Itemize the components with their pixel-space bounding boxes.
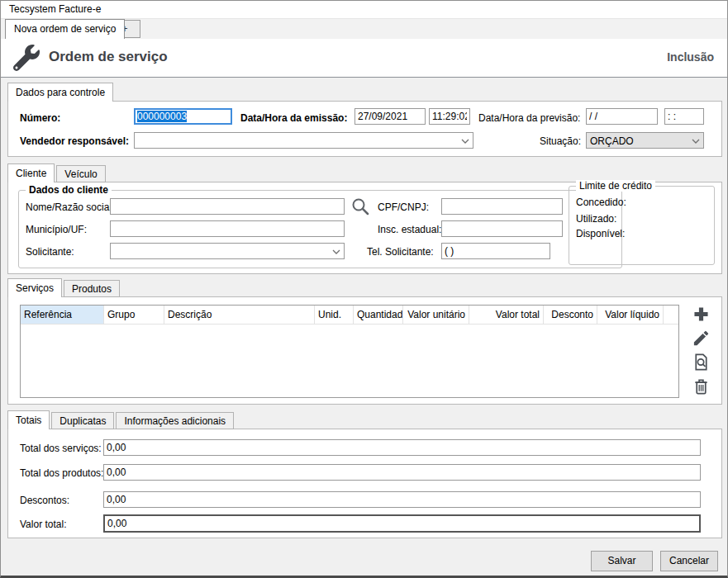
plus-icon — [692, 305, 711, 324]
previsao-time-input[interactable] — [664, 108, 704, 125]
solicitante-label: Solicitante: — [26, 246, 74, 258]
col-unid[interactable]: Unid. — [315, 306, 354, 324]
nome-input[interactable] — [110, 198, 345, 215]
tab-dados-para-controle[interactable]: Dados para controle — [7, 83, 113, 102]
descontos-input[interactable] — [103, 491, 701, 508]
utilizado-label: Utilizado: — [576, 213, 616, 225]
municipio-label: Município/UF: — [26, 224, 87, 235]
tel-input[interactable] — [441, 243, 550, 259]
situacao-value: ORÇADO — [590, 135, 634, 147]
previsao-date-input[interactable] — [586, 108, 658, 125]
servicos-tab-bar: Serviços Produtos — [7, 278, 121, 297]
limite-credito-group-label: Limite de crédito — [576, 180, 655, 192]
dados-cliente-groupbox: Dados do cliente Nome/Razão social: CPF/… — [18, 190, 622, 268]
solicitante-select[interactable] — [110, 243, 345, 259]
tel-label: Tel. Solicitante: — [367, 246, 434, 258]
document-magnifier-icon — [692, 353, 711, 372]
dados-cliente-group-label: Dados do cliente — [26, 184, 112, 196]
document-tab-bar: Nova ordem de serviço + — [1, 19, 727, 39]
cliente-tab-bar: Cliente Veículo — [7, 163, 107, 182]
municipio-input[interactable] — [110, 220, 345, 237]
add-item-button[interactable] — [692, 305, 711, 324]
chevron-down-icon — [692, 139, 700, 144]
col-descricao[interactable]: Descrição — [164, 306, 315, 324]
chevron-down-icon — [332, 249, 340, 254]
total-produtos-label: Total dos produtos: — [20, 467, 103, 479]
insc-label: Insc. estadual: — [378, 224, 441, 235]
cancel-button[interactable]: Cancelar — [660, 551, 718, 571]
col-grupo[interactable]: Grupo — [104, 306, 164, 324]
total-servicos-input[interactable] — [103, 439, 701, 456]
numero-label: Número: — [20, 112, 60, 124]
servicos-table-header: Referência Grupo Descrição Unid. Quantid… — [21, 306, 678, 325]
previsao-label: Data/Hora da previsão: — [478, 112, 580, 124]
trash-icon — [692, 377, 711, 396]
col-quantidade[interactable]: Quantidade — [354, 306, 403, 324]
tab-veiculo[interactable]: Veículo — [56, 165, 105, 182]
descontos-label: Descontos: — [20, 495, 69, 506]
vendedor-select[interactable] — [134, 132, 473, 149]
cpf-label: CPF/CNPJ: — [378, 201, 429, 213]
app-window: Tecsystem Facture-e Nova ordem de serviç… — [0, 0, 728, 578]
situacao-label: Situação: — [540, 135, 581, 147]
search-client-button[interactable] — [350, 197, 370, 216]
col-desconto[interactable]: Desconto — [544, 306, 597, 324]
valor-total-input[interactable] — [103, 514, 701, 533]
servicos-table: Referência Grupo Descrição Unid. Quantid… — [20, 305, 679, 398]
edit-item-button[interactable] — [692, 329, 711, 348]
vendedor-label: Vendedor responsável: — [20, 135, 129, 147]
emissao-time-input[interactable] — [429, 108, 470, 125]
emissao-date-input[interactable] — [354, 108, 426, 125]
cliente-panel: Dados do cliente Nome/Razão social: CPF/… — [7, 182, 722, 274]
window-title: Tecsystem Facture-e — [1, 1, 727, 19]
totais-tab-bar: Totais Duplicatas Informações adicionais — [7, 410, 236, 429]
servicos-panel: Referência Grupo Descrição Unid. Quantid… — [7, 296, 722, 405]
limite-credito-groupbox: Limite de crédito Concedido: Utilizado: … — [569, 186, 715, 265]
selected-text: 000000003 — [137, 111, 187, 122]
tab-servicos[interactable]: Serviços — [7, 278, 62, 297]
controle-tab-bar: Dados para controle — [7, 83, 115, 102]
insc-input[interactable] — [441, 220, 563, 237]
nome-label: Nome/Razão social: — [26, 201, 114, 213]
dados-controle-panel: Número: 000000003 Data/Hora da emissão: … — [7, 101, 722, 157]
total-produtos-input[interactable] — [103, 464, 701, 481]
save-button[interactable]: Salvar — [591, 551, 653, 571]
col-valor-unitario[interactable]: Valor unitário — [403, 306, 469, 324]
col-filler — [664, 306, 678, 324]
tab-cliente[interactable]: Cliente — [7, 163, 55, 182]
valor-total-label: Valor total: — [20, 519, 66, 530]
total-servicos-label: Total dos serviços: — [20, 443, 102, 454]
situacao-select[interactable]: ORÇADO — [586, 132, 704, 149]
tab-duplicatas[interactable]: Duplicatas — [51, 412, 114, 429]
concedido-label: Concedido: — [576, 197, 626, 208]
page-header: Ordem de serviço Inclusão — [1, 39, 727, 77]
cpf-input[interactable] — [441, 198, 563, 215]
tab-produtos[interactable]: Produtos — [64, 280, 120, 297]
chevron-down-icon — [461, 139, 469, 144]
numero-input[interactable]: 000000003 — [134, 108, 232, 125]
pencil-icon — [692, 329, 711, 348]
emissao-label: Data/Hora da emissão: — [240, 112, 347, 124]
col-valor-liquido[interactable]: Valor líquido — [597, 306, 664, 324]
totais-panel: Total dos serviços: Total dos produtos: … — [7, 429, 722, 538]
col-referencia[interactable]: Referência — [21, 306, 104, 324]
disponivel-label: Disponível: — [576, 228, 625, 239]
delete-item-button[interactable] — [692, 377, 711, 396]
page-title: Ordem de serviço — [49, 49, 168, 65]
servicos-actions — [692, 305, 711, 396]
wrench-icon — [13, 45, 40, 71]
tab-nova-ordem-de-servico[interactable]: Nova ordem de serviço — [5, 19, 125, 39]
preview-item-button[interactable] — [692, 353, 711, 372]
col-valor-total[interactable]: Valor total — [469, 306, 544, 324]
tab-informacoes-adicionais[interactable]: Informações adicionais — [116, 412, 234, 429]
magnifier-icon — [350, 197, 370, 216]
mode-label: Inclusão — [667, 50, 714, 64]
tab-totais[interactable]: Totais — [7, 410, 50, 429]
